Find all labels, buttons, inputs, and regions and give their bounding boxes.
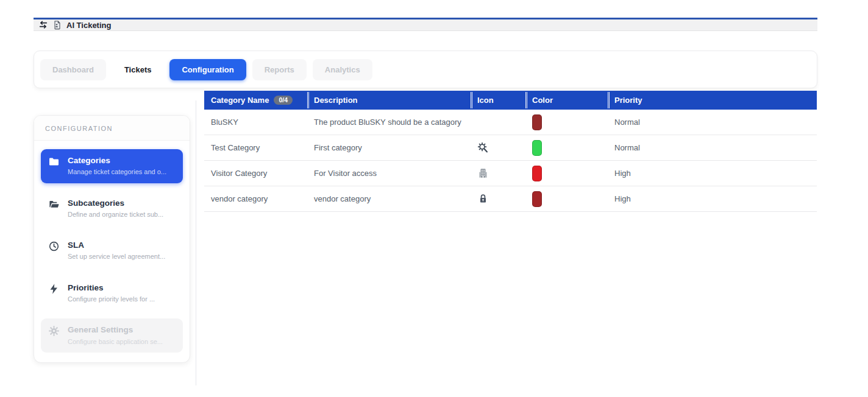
table-row[interactable]: Visitor Category For Visitor access <box>204 161 817 186</box>
sidebar-item-subcategories[interactable]: Subcategories Define and organize ticket… <box>41 192 183 226</box>
column-label: Priority <box>614 96 642 105</box>
configuration-sidebar: CONFIGURATION Categories Manage ticket c… <box>34 115 190 363</box>
column-header-category-name: Category Name 0/4 <box>204 91 307 110</box>
cell-priority: High <box>608 186 817 211</box>
tab-analytics: Analytics <box>313 59 372 80</box>
sidebar-item-title: General Settings <box>68 325 163 336</box>
cell-icon <box>471 161 525 186</box>
cell-icon <box>471 135 525 160</box>
page-icon <box>52 20 62 30</box>
table-row[interactable]: Test Category First category <box>204 135 817 161</box>
cell-color <box>525 135 608 160</box>
cell-icon <box>471 186 525 211</box>
color-swatch <box>532 114 542 130</box>
column-label: Color <box>532 96 553 105</box>
table-row[interactable]: vendor category vendor category High <box>204 186 817 212</box>
gear-search-icon <box>477 142 489 153</box>
sidebar-list: Categories Manage ticket categories and … <box>34 141 190 362</box>
tab-dashboard: Dashboard <box>40 59 106 80</box>
main-area: CONFIGURATION Categories Manage ticket c… <box>34 103 868 385</box>
cell-priority: Normal <box>608 135 817 160</box>
column-label: Description <box>314 96 358 105</box>
sidebar-item-categories[interactable]: Categories Manage ticket categories and … <box>41 149 183 183</box>
cell-color <box>525 186 608 211</box>
cell-color <box>525 161 608 186</box>
swap-arrows-icon[interactable] <box>38 20 48 30</box>
sidebar-header: CONFIGURATION <box>34 116 190 141</box>
building-icon <box>477 167 489 179</box>
tab-tickets[interactable]: Tickets <box>112 59 164 80</box>
cell-priority: Normal <box>608 110 817 135</box>
folder-open-icon <box>48 198 60 210</box>
sidebar-item-title: Priorities <box>68 283 155 293</box>
column-label: Category Name <box>211 96 269 105</box>
cell-color <box>525 110 608 135</box>
cell-category-name: Visitor Category <box>204 161 307 186</box>
cell-category-name: BluSKY <box>204 110 307 135</box>
table-header-row: Category Name 0/4 Description Icon Color… <box>204 91 817 110</box>
sidebar-item-general-settings: General Settings Configure basic applica… <box>41 318 183 353</box>
categories-table: Category Name 0/4 Description Icon Color… <box>204 91 817 212</box>
tab-reports: Reports <box>252 59 307 80</box>
bolt-icon <box>48 283 60 295</box>
clock-icon <box>48 241 60 252</box>
sidebar-item-subtitle: Define and organize ticket sub... <box>68 210 163 219</box>
color-swatch <box>532 166 542 181</box>
sidebar-item-sla[interactable]: SLA Set up service level agreement... <box>41 234 183 268</box>
sidebar-item-subtitle: Manage ticket categories and o... <box>68 167 166 177</box>
tab-configuration[interactable]: Configuration <box>169 59 246 80</box>
sidebar-item-title: Categories <box>68 155 166 166</box>
folder-icon <box>48 156 60 167</box>
sidebar-item-title: SLA <box>68 240 165 251</box>
cell-category-name: Test Category <box>204 135 307 160</box>
column-resize-handle[interactable] <box>471 92 472 108</box>
sidebar-content-divider <box>196 100 196 385</box>
window-title: AI Ticketing <box>66 21 111 30</box>
cell-description: First category <box>307 135 471 160</box>
cell-icon <box>471 110 525 135</box>
column-resize-handle[interactable] <box>525 92 527 108</box>
gear-icon <box>48 325 60 337</box>
window-titlebar: AI Ticketing <box>34 18 817 31</box>
sidebar-item-subtitle: Configure priority levels for ... <box>68 295 155 304</box>
cell-priority: High <box>608 161 817 186</box>
cell-description: For Visitor access <box>307 161 471 186</box>
color-swatch <box>532 140 542 156</box>
lock-icon <box>477 193 489 205</box>
main-tab-bar: Dashboard Tickets Configuration Reports … <box>34 51 817 88</box>
column-resize-handle[interactable] <box>608 92 610 108</box>
cell-category-name: vendor category <box>204 186 307 211</box>
cell-description: The product BluSKY should be a catagory <box>307 110 471 135</box>
column-label: Icon <box>477 96 494 105</box>
color-swatch <box>532 191 542 207</box>
column-header-priority: Priority <box>608 91 817 110</box>
sidebar-item-subtitle: Set up service level agreement... <box>68 252 165 261</box>
table-row[interactable]: BluSKY The product BluSKY should be a ca… <box>204 110 817 135</box>
sidebar-item-subtitle: Configure basic application se... <box>68 337 163 346</box>
sidebar-item-title: Subcategories <box>68 198 163 209</box>
column-resize-handle[interactable] <box>307 92 309 108</box>
cell-description: vendor category <box>307 186 471 211</box>
column-header-color: Color <box>525 91 608 110</box>
column-header-icon: Icon <box>471 91 525 110</box>
column-header-description: Description <box>307 91 471 110</box>
selection-count-badge: 0/4 <box>274 96 293 105</box>
sidebar-item-priorities[interactable]: Priorities Configure priority levels for… <box>41 276 183 311</box>
